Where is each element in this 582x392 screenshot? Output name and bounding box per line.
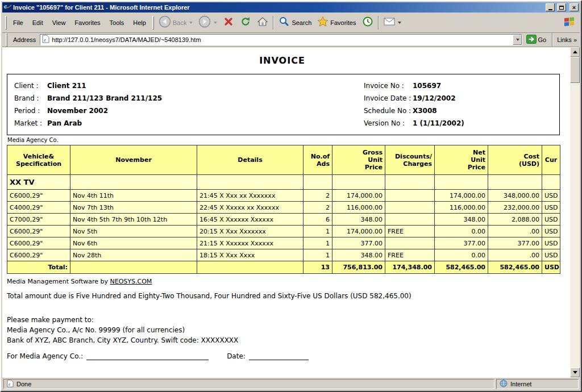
table-cell (332, 175, 385, 190)
page-icon: e (42, 35, 49, 45)
links-toolbar[interactable]: Links » (557, 36, 578, 43)
maximize-button[interactable] (557, 3, 566, 11)
table-cell (488, 175, 542, 190)
stop-button[interactable] (220, 14, 237, 31)
table-cell: C7000,29" (7, 214, 70, 226)
software-credit-line: Media Management Software by NEOSYS.COM (7, 278, 570, 285)
table-cell: 174,000.00 (332, 226, 385, 237)
table-cell: 1 (304, 249, 332, 261)
table-header-row: Vehicle& Specification November Details … (7, 145, 560, 175)
table-cell: Nov 5th (70, 226, 197, 237)
invoice-table: Vehicle& Specification November Details … (7, 145, 560, 274)
security-zone-panel: Internet (496, 379, 579, 389)
table-cell: 0.00 (435, 249, 488, 261)
toolbar-grip[interactable] (5, 16, 7, 30)
table-cell: 2 (304, 190, 332, 202)
menu-view[interactable]: View (48, 18, 70, 28)
invoice-no-value: 105697 (413, 80, 552, 92)
close-button[interactable]: × (569, 3, 579, 11)
total-cell (70, 261, 197, 274)
signature-line: For Media Agency Co.: Date: (7, 352, 570, 360)
market-value: Pan Arab (47, 117, 364, 130)
invoice-page: INVOICE Client : Client 211 Invoice No :… (2, 47, 570, 377)
windows-logo-icon (564, 16, 575, 29)
info-row: Brand : Brand 211/123 Brand 211/125 Invo… (14, 92, 552, 105)
table-cell: 116,000.00 (332, 202, 385, 214)
menu-file[interactable]: File (9, 18, 28, 28)
address-dropdown-button[interactable] (513, 35, 522, 45)
table-cell: 348.00 (332, 249, 385, 261)
info-row: Market : Pan Arab Version No : 1 (1/11/2… (14, 117, 552, 130)
menu-edit[interactable]: Edit (28, 18, 48, 28)
amount-in-words: Total amount due is Five Hundred and Eig… (7, 292, 570, 300)
table-cell: 6 (304, 214, 332, 226)
address-input[interactable]: e http://127.0.0.1/neosys7/DATA/MAJED/~5… (40, 34, 522, 45)
table-cell: Nov 6th (70, 237, 197, 249)
table-cell: C6000,29" (7, 249, 70, 261)
history-icon (362, 16, 373, 30)
neosys-link[interactable]: NEOSYS.COM (110, 278, 152, 285)
table-cell: FREE (385, 249, 435, 261)
invoice-info-box: Client : Client 211 Invoice No : 105697 … (7, 74, 560, 135)
version-no-value: 1 (1/11/2002) (413, 117, 552, 130)
table-row: C6000,29" Nov 6th 21:15 X Xxxxxx Xxxxxx … (7, 237, 560, 249)
table-cell: USD (542, 214, 560, 226)
arrow-down-icon (573, 371, 577, 374)
history-button[interactable] (359, 14, 376, 31)
scroll-up-button[interactable] (570, 47, 580, 57)
info-row: Period : November 2002 Schedule No : X30… (14, 105, 552, 117)
home-button[interactable] (254, 14, 271, 31)
minimize-icon (548, 9, 552, 10)
scroll-down-button[interactable] (570, 368, 580, 377)
table-cell: 2 (304, 202, 332, 214)
refresh-icon (240, 16, 251, 30)
favorites-button[interactable]: Favorites (314, 14, 359, 31)
maximize-icon (559, 6, 564, 10)
addressbar-grip[interactable] (6, 33, 7, 47)
chevron-down-icon (516, 39, 519, 41)
scrollbar-thumb[interactable] (570, 57, 580, 83)
menu-favorites[interactable]: Favorites (70, 18, 105, 28)
window-title: Invoice "105697" for Client 211 - Micros… (13, 4, 543, 11)
table-cell: 348,000.00 (488, 190, 542, 202)
table-cell: .00 (488, 226, 542, 237)
table-cell: 16:45 X Xxxxxx Xxxxxx (197, 214, 304, 226)
zone-text: Internet (510, 381, 531, 387)
document-icon: e (7, 380, 14, 389)
forward-button[interactable] (196, 14, 220, 31)
refresh-button[interactable] (237, 14, 254, 31)
table-cell: Nov 4th 5th 7th 9th 10th 12th (70, 214, 197, 226)
browser-viewport: INVOICE Client : Client 211 Invoice No :… (2, 47, 580, 377)
title-bar[interactable]: e Invoice "105697" for Client 211 - Micr… (2, 2, 580, 12)
table-cell: 18:15 X Xxx Xxxx (197, 249, 304, 261)
scrollbar-track[interactable] (570, 57, 580, 368)
signature-rule (86, 353, 209, 360)
menu-tools[interactable]: Tools (105, 18, 129, 28)
table-cell (70, 175, 197, 190)
back-icon (159, 15, 171, 30)
search-button[interactable]: Search (276, 14, 314, 31)
back-button[interactable]: Back (156, 14, 196, 31)
menu-help[interactable]: Help (128, 18, 151, 28)
table-cell: 174,000.00 (435, 190, 488, 202)
vertical-scrollbar[interactable] (570, 47, 580, 377)
status-text: Done (16, 381, 31, 387)
table-group-row: XX TV (7, 175, 560, 190)
total-cell: 174,348.00 (385, 261, 435, 274)
svg-text:e: e (44, 36, 46, 42)
go-button[interactable]: Go (525, 35, 548, 45)
mail-button[interactable] (381, 14, 404, 31)
total-cell (197, 261, 304, 274)
svg-text:e: e (9, 382, 11, 387)
table-cell: Nov 28th (70, 249, 197, 261)
minimize-button[interactable] (546, 3, 555, 11)
info-row: Client : Client 211 Invoice No : 105697 (14, 80, 552, 92)
table-cell: USD (542, 190, 560, 202)
col-header-vehicle: Vehicle& Specification (7, 145, 70, 175)
table-cell: 377.00 (488, 237, 542, 249)
toolbar-grip[interactable] (152, 16, 154, 30)
payment-intro: Please make payment to: (7, 315, 570, 325)
search-icon (278, 16, 290, 30)
invoice-no-label: Invoice No : (364, 80, 413, 92)
table-cell: 377.00 (332, 237, 385, 249)
